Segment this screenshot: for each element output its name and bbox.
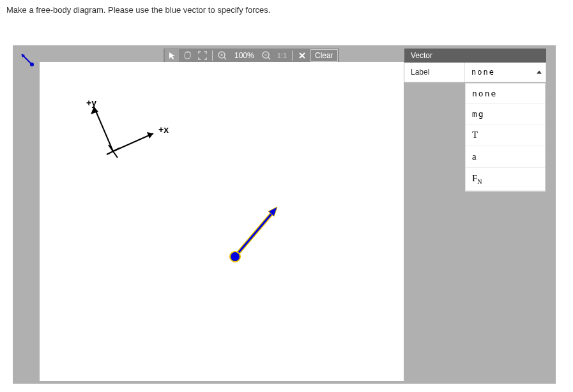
dropdown-option-FN[interactable]: FN bbox=[466, 168, 545, 191]
dropdown-option-T[interactable]: T bbox=[466, 124, 545, 146]
force-vector[interactable] bbox=[40, 62, 404, 381]
toolbar-separator bbox=[292, 50, 293, 61]
label-dropdown[interactable]: none none mg T a FN bbox=[465, 63, 546, 82]
clear-button[interactable]: Clear bbox=[310, 49, 338, 62]
instruction-text: Make a free-body diagram. Please use the… bbox=[0, 0, 573, 20]
dropdown-option-none[interactable]: none bbox=[466, 84, 545, 104]
ratio-label: 1:1 bbox=[275, 52, 289, 59]
svg-line-20 bbox=[235, 210, 275, 257]
dropdown-selected[interactable]: none bbox=[465, 63, 546, 82]
toolbar: 100% 1:1 Clear bbox=[164, 49, 339, 63]
pan-tool[interactable] bbox=[180, 49, 194, 62]
zoom-out-tool[interactable] bbox=[259, 49, 273, 62]
properties-panel: Label none none mg T a FN bbox=[404, 63, 546, 82]
label-field-name: Label bbox=[404, 63, 465, 82]
chevron-up-icon bbox=[537, 71, 542, 74]
select-tool[interactable] bbox=[165, 49, 179, 62]
dropdown-selected-text: none bbox=[471, 68, 495, 77]
toolbar-separator bbox=[212, 50, 213, 61]
svg-line-5 bbox=[224, 57, 226, 59]
svg-point-22 bbox=[230, 252, 240, 262]
dropdown-list: none mg T a FN bbox=[465, 83, 546, 192]
fit-tool[interactable] bbox=[195, 49, 210, 62]
zoom-in-tool[interactable] bbox=[215, 49, 229, 62]
delete-tool[interactable] bbox=[295, 49, 309, 62]
panel-header: Vector bbox=[404, 49, 546, 63]
svg-marker-3 bbox=[169, 52, 175, 59]
vector-palette[interactable] bbox=[17, 50, 36, 70]
fn-sub: N bbox=[477, 178, 482, 185]
canvas[interactable]: +y +x bbox=[40, 62, 404, 381]
workspace: 100% 1:1 Clear Vector Label none none mg bbox=[13, 45, 556, 384]
dropdown-option-mg[interactable]: mg bbox=[466, 104, 545, 124]
svg-point-2 bbox=[30, 63, 34, 66]
svg-line-9 bbox=[268, 57, 270, 59]
label-row: Label none none mg T a FN bbox=[404, 63, 546, 82]
dropdown-option-a[interactable]: a bbox=[466, 146, 545, 168]
zoom-level: 100% bbox=[231, 51, 258, 60]
